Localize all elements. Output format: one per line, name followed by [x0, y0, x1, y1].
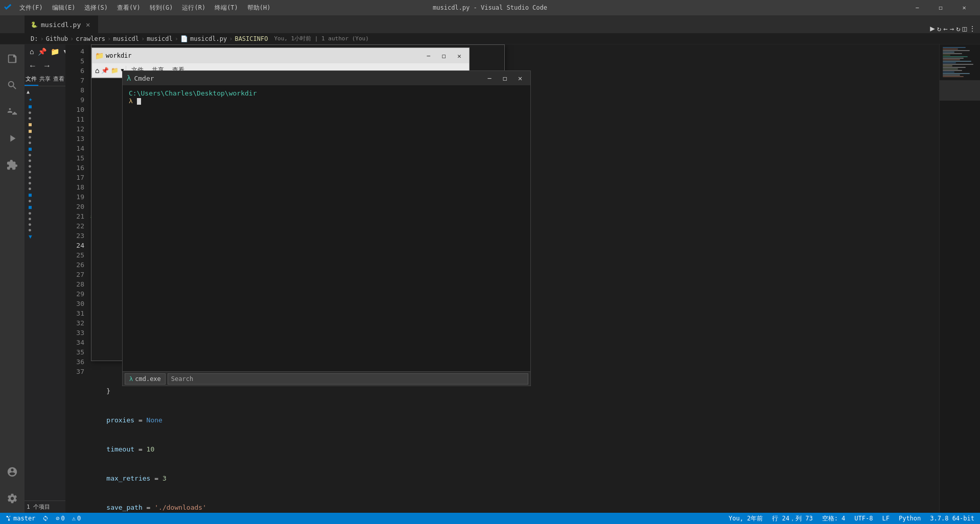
list-item[interactable]: ■	[25, 146, 65, 152]
activity-settings[interactable]	[0, 488, 25, 513]
menu-terminal[interactable]: 终端(T)	[211, 2, 242, 14]
more-icon[interactable]: ⋮	[969, 25, 976, 33]
menu-goto[interactable]: 转到(G)	[146, 2, 177, 14]
close-tab-button[interactable]: ✕	[84, 20, 92, 29]
sidebar-nav: ← →	[25, 59, 65, 73]
cmder-terminal-body[interactable]: C:\Users\Charles\Desktop\workdir λ	[123, 85, 530, 371]
activity-search[interactable]	[0, 73, 25, 98]
cmder-task-cmd[interactable]: λ cmd.exe	[125, 373, 166, 385]
sidebar-home-icon[interactable]: ⌂	[29, 46, 35, 57]
activity-accounts[interactable]	[0, 462, 25, 486]
cmder-close-button[interactable]: ✕	[514, 73, 526, 83]
indentation-status[interactable]: 空格: 4	[821, 514, 847, 523]
git-blame-status[interactable]: You, 2年前	[727, 514, 764, 523]
line-ending-status[interactable]: LF	[880, 515, 891, 522]
sidebar-forward-button[interactable]: →	[41, 60, 53, 72]
sidebar-pin-icon[interactable]: 📌	[37, 46, 48, 57]
tree-collapse-button[interactable]: ▲	[25, 88, 65, 95]
window-controls: − ◻ ✕	[905, 0, 976, 15]
cursor-position-status[interactable]: 行 24，列 73	[771, 514, 814, 523]
list-item[interactable]: ■	[25, 103, 65, 110]
activity-explorer[interactable]	[0, 46, 25, 71]
breadcrumb-github[interactable]: Github	[46, 35, 68, 42]
editor-area[interactable]: 4 5 6 7 8 9 10 11 12 13 14 15 16 17 18 1…	[65, 44, 980, 513]
breadcrumb-file[interactable]: 📄	[180, 35, 188, 42]
sidebar-tab-home[interactable]: 文件	[25, 73, 38, 86]
activity-extensions[interactable]	[0, 153, 25, 177]
cmder-minimize-button[interactable]: −	[483, 73, 496, 83]
cmder-search-bar[interactable]: Search	[168, 373, 528, 385]
list-item[interactable]: ●	[25, 227, 65, 233]
sidebar-folder-icon[interactable]: 📁	[50, 46, 60, 57]
breadcrumb-musicdl1[interactable]: musicdl	[113, 35, 139, 42]
list-item[interactable]: ■	[25, 192, 65, 198]
breadcrumb-filename[interactable]: musicdl.py	[190, 35, 227, 42]
activity-run-debug[interactable]	[0, 126, 25, 151]
list-item[interactable]: ■	[25, 121, 65, 128]
menu-select[interactable]: 选择(S)	[80, 2, 112, 14]
list-item[interactable]: ●	[25, 115, 65, 121]
sidebar-tab-share[interactable]: 共享	[38, 73, 52, 86]
split-editor-icon[interactable]: ◫	[963, 25, 967, 33]
menu-edit[interactable]: 编辑(E)	[48, 2, 80, 14]
back-icon[interactable]: ←	[943, 25, 947, 33]
list-item[interactable]: ●	[25, 222, 65, 227]
list-item[interactable]: ●	[25, 180, 65, 186]
python-version-status[interactable]: 3.7.8 64-bit	[928, 515, 976, 522]
git-branch-status[interactable]: master	[4, 515, 37, 522]
run-icon[interactable]: ▶	[930, 23, 935, 33]
menu-help[interactable]: 帮助(H)	[243, 2, 275, 14]
warning-count-status[interactable]: ⚠ 0	[71, 515, 82, 522]
close-button[interactable]: ✕	[952, 0, 976, 15]
list-item[interactable]: ■	[25, 204, 65, 210]
menu-file[interactable]: 文件(F)	[15, 2, 47, 14]
list-item[interactable]: ■	[25, 128, 65, 134]
breadcrumb-symbol[interactable]: BASICINFO	[235, 35, 268, 42]
list-item[interactable]: ●	[25, 134, 65, 140]
cmder-path: C:\Users\Charles\Desktop\workdir	[129, 89, 256, 97]
explorer-title: workdir	[106, 52, 420, 59]
tree-starred-item[interactable]: ★	[25, 95, 65, 103]
list-item[interactable]: ●	[25, 198, 65, 204]
menu-view[interactable]: 查看(V)	[113, 2, 145, 14]
list-item[interactable]: ●	[25, 169, 65, 175]
line-num: 22	[67, 221, 84, 231]
language-status[interactable]: Python	[897, 515, 922, 522]
list-item[interactable]: ●	[25, 210, 65, 216]
line-num: 12	[67, 124, 84, 134]
refresh-icon[interactable]: ↻	[956, 25, 960, 33]
sidebar-tab-view[interactable]: 查看	[52, 73, 65, 86]
sync-status[interactable]	[41, 515, 50, 521]
cmder-maximize-button[interactable]: ◻	[499, 73, 511, 83]
list-item[interactable]: ●	[25, 158, 65, 163]
explorer-maximize-button[interactable]: ◻	[437, 50, 451, 61]
breadcrumb-crawlers[interactable]: crawlers	[76, 35, 105, 42]
sidebar-item-count: 1 个项目	[25, 501, 65, 513]
explorer-close-button[interactable]: ✕	[453, 50, 466, 61]
breadcrumb-drive[interactable]: D:	[31, 35, 38, 42]
encoding-status[interactable]: UTF-8	[853, 515, 874, 522]
list-item[interactable]: ●	[25, 163, 65, 169]
list-item[interactable]: ●	[25, 140, 65, 146]
python-file-icon: 🐍	[31, 21, 38, 28]
language-label: Python	[899, 515, 921, 522]
menu-run[interactable]: 运行(R)	[178, 2, 209, 14]
debug-icon[interactable]: ↻	[937, 25, 941, 33]
list-item[interactable]: ●	[25, 216, 65, 222]
tab-musicdl[interactable]: 🐍 musicdl.py ✕	[25, 15, 98, 33]
tree-expand-more[interactable]: ▼	[25, 233, 65, 241]
activity-source-control[interactable]	[0, 100, 25, 124]
restore-button[interactable]: ◻	[929, 0, 952, 15]
explorer-minimize-button[interactable]: −	[422, 50, 435, 61]
error-count-status[interactable]: ⊘ 0	[54, 515, 66, 522]
line-num: 9	[67, 95, 84, 105]
list-item[interactable]: ●	[25, 175, 65, 180]
minimize-button[interactable]: −	[905, 0, 929, 15]
sidebar-back-button[interactable]: ←	[27, 60, 39, 72]
list-item[interactable]: ●	[25, 110, 65, 115]
cursor-block	[137, 98, 141, 105]
list-item[interactable]: ●	[25, 186, 65, 192]
list-item[interactable]: ●	[25, 152, 65, 158]
forward-icon[interactable]: →	[950, 25, 954, 33]
breadcrumb-musicdl2[interactable]: musicdl	[147, 35, 173, 42]
